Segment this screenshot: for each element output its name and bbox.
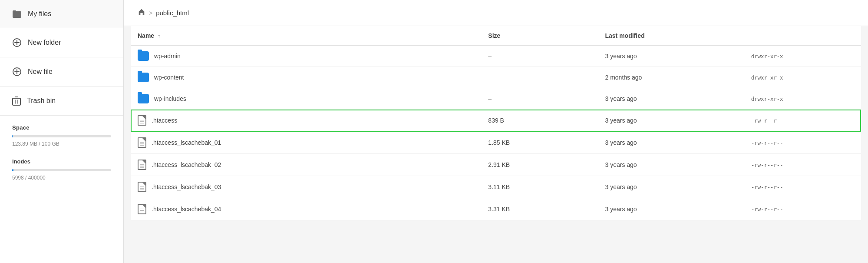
file-modified: 3 years ago (598, 46, 744, 67)
new-folder-icon (12, 38, 22, 47)
breadcrumb-separator: > (149, 10, 152, 17)
file-type-icon (138, 115, 146, 126)
file-modified: 3 years ago (598, 154, 744, 176)
breadcrumb-home-icon[interactable] (138, 8, 145, 18)
file-name-cell: wp-includes (131, 88, 481, 110)
sidebar-item-new-folder-label: New folder (28, 39, 61, 47)
file-type-icon (138, 137, 146, 148)
file-permissions: drwxr-xr-x (744, 67, 861, 88)
file-permissions: -rw-r--r-- (744, 132, 861, 154)
sidebar-item-my-files-label: My files (28, 10, 51, 18)
sort-arrow-icon: ↑ (158, 33, 160, 39)
sidebar-item-new-file-label: New file (28, 68, 53, 76)
column-header-name[interactable]: Name ↑ (131, 26, 481, 46)
space-bar-background (12, 135, 111, 137)
file-size: 2.91 KB (481, 154, 598, 176)
file-name-cell: wp-admin (131, 46, 481, 67)
file-size: – (481, 67, 598, 88)
file-size: – (481, 88, 598, 110)
file-name-text: wp-admin (154, 53, 181, 60)
sidebar-item-new-folder[interactable]: New folder (0, 28, 123, 57)
file-size: – (481, 46, 598, 67)
sidebar-item-my-files[interactable]: My files (0, 0, 123, 28)
file-modified: 3 years ago (598, 176, 744, 198)
folder-type-icon (138, 94, 149, 103)
file-name-text: wp-content (154, 74, 184, 81)
breadcrumb-current-folder: public_html (156, 9, 189, 17)
file-size: 839 B (481, 110, 598, 132)
folder-type-icon (138, 51, 149, 61)
file-name-text: .htaccess_lscachebak_02 (152, 161, 221, 168)
inodes-section: Inodes 5998 / 400000 (0, 151, 123, 185)
file-permissions: -rw-r--r-- (744, 154, 861, 176)
sidebar-item-new-file[interactable]: New file (0, 57, 123, 87)
file-permissions: -rw-r--r-- (744, 110, 861, 132)
file-modified: 3 years ago (598, 110, 744, 132)
file-table-wrapper: Name ↑ Size Last modified wp-admin–3 yea… (124, 26, 868, 263)
table-row[interactable]: wp-content–2 months agodrwxr-xr-x (131, 67, 861, 88)
folder-icon (12, 10, 22, 18)
file-name-cell: .htaccess_lscachebak_02 (131, 154, 481, 176)
file-type-icon (138, 160, 146, 170)
file-table: Name ↑ Size Last modified wp-admin–3 yea… (131, 26, 861, 220)
file-permissions: drwxr-xr-x (744, 88, 861, 110)
svg-rect-6 (13, 98, 20, 105)
file-name-text: .htaccess_lscachebak_03 (152, 183, 221, 190)
file-name-cell: .htaccess_lscachebak_04 (131, 198, 481, 220)
sidebar-item-trash-bin[interactable]: Trash bin (0, 87, 123, 116)
table-header-row: Name ↑ Size Last modified (131, 26, 861, 46)
file-table-body: wp-admin–3 years agodrwxr-xr-xwp-content… (131, 46, 861, 220)
inodes-usage-text: 5998 / 400000 (12, 175, 111, 181)
space-usage-text: 123.89 MB / 100 GB (12, 141, 111, 147)
folder-type-icon (138, 73, 149, 82)
file-type-icon (138, 204, 146, 214)
file-permissions: drwxr-xr-x (744, 46, 861, 67)
space-section: Space 123.89 MB / 100 GB (0, 116, 123, 151)
table-row[interactable]: .htaccess_lscachebak_033.11 KB3 years ag… (131, 176, 861, 198)
file-modified: 3 years ago (598, 198, 744, 220)
file-name-cell: .htaccess (131, 110, 481, 132)
sidebar-item-trash-bin-label: Trash bin (27, 97, 56, 105)
main-content: > public_html Name ↑ Size Last modified … (124, 0, 868, 263)
file-modified: 2 months ago (598, 67, 744, 88)
sidebar: My files New folder New file (0, 0, 124, 263)
column-header-size[interactable]: Size (481, 26, 598, 46)
table-row[interactable]: .htaccess_lscachebak_043.31 KB3 years ag… (131, 198, 861, 220)
new-file-icon (12, 67, 22, 77)
table-row[interactable]: .htaccess_lscachebak_022.91 KB3 years ag… (131, 154, 861, 176)
file-permissions: -rw-r--r-- (744, 198, 861, 220)
file-name-text: .htaccess (152, 117, 177, 124)
file-type-icon (138, 182, 146, 192)
file-name-text: .htaccess_lscachebak_04 (152, 206, 221, 213)
space-label: Space (12, 124, 111, 131)
file-name-text: .htaccess_lscachebak_01 (152, 139, 221, 146)
file-modified: 3 years ago (598, 132, 744, 154)
table-row[interactable]: wp-includes–3 years agodrwxr-xr-x (131, 88, 861, 110)
file-size: 3.31 KB (481, 198, 598, 220)
inodes-label: Inodes (12, 158, 111, 165)
table-row[interactable]: .htaccess839 B3 years ago-rw-r--r-- (131, 110, 861, 132)
inodes-bar-background (12, 169, 111, 171)
column-header-modified[interactable]: Last modified (598, 26, 744, 46)
file-name-cell: .htaccess_lscachebak_01 (131, 132, 481, 154)
file-name-cell: .htaccess_lscachebak_03 (131, 176, 481, 198)
column-header-perms (744, 26, 861, 46)
file-modified: 3 years ago (598, 88, 744, 110)
file-name-cell: wp-content (131, 67, 481, 88)
file-name-text: wp-includes (154, 95, 186, 102)
file-size: 3.11 KB (481, 176, 598, 198)
table-row[interactable]: .htaccess_lscachebak_011.85 KB3 years ag… (131, 132, 861, 154)
table-row[interactable]: wp-admin–3 years agodrwxr-xr-x (131, 46, 861, 67)
breadcrumb: > public_html (124, 0, 868, 26)
file-size: 1.85 KB (481, 132, 598, 154)
file-permissions: -rw-r--r-- (744, 176, 861, 198)
inodes-bar-fill (12, 169, 13, 171)
trash-icon (12, 96, 21, 106)
